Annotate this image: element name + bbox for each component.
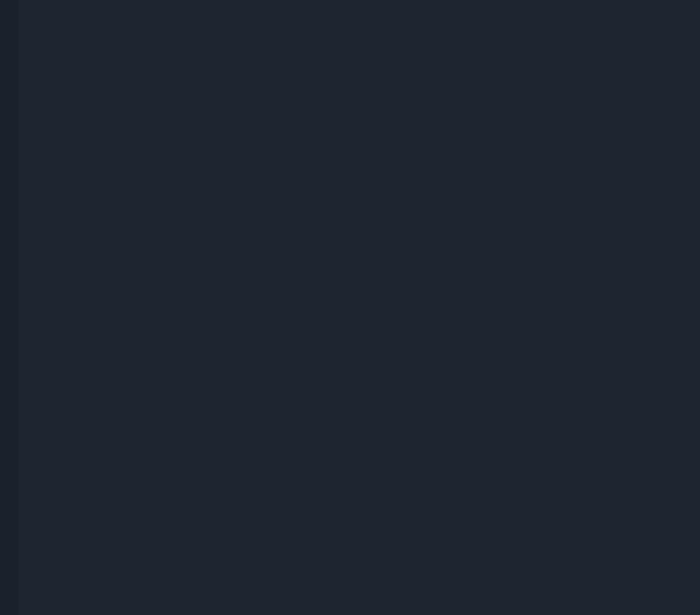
code-area[interactable]	[19, 0, 700, 615]
line-number-gutter	[0, 0, 19, 615]
script-editor	[0, 0, 700, 615]
